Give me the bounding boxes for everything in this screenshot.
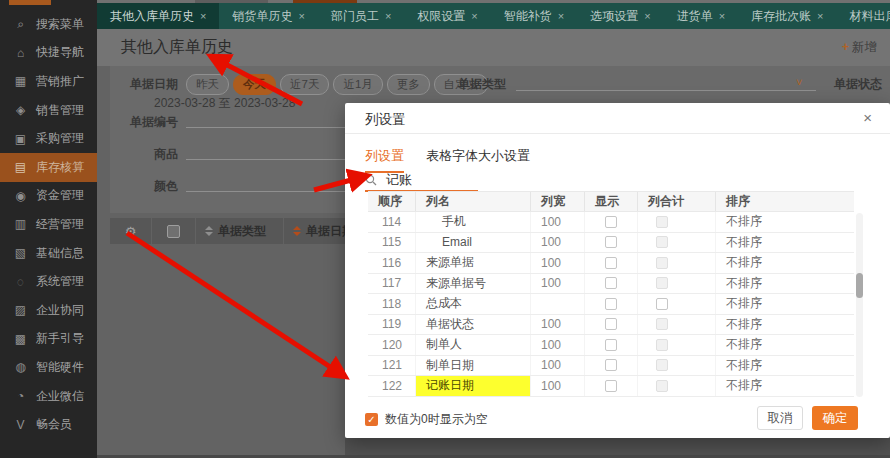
sidebar-item[interactable]: ⌂ 快捷导航 xyxy=(0,39,97,68)
sidebar-item[interactable]: V 畅会员 xyxy=(0,410,97,439)
cell-width[interactable]: 100 xyxy=(531,335,585,355)
sidebar-item[interactable]: ▧ 基础信息 xyxy=(0,239,97,268)
sort-arrows-icon[interactable] xyxy=(293,226,301,236)
cell-sort[interactable]: 不排序 xyxy=(716,356,854,376)
sidebar-item[interactable]: ◈ 销售管理 xyxy=(0,96,97,125)
show-checkbox[interactable] xyxy=(605,380,617,392)
app-root: ⌕ 搜索菜单 ⌂ 快捷导航 ▦ 营销推广 ◈ 销售管理 xyxy=(0,0,890,458)
tab-close-icon[interactable]: × xyxy=(644,10,650,22)
total-checkbox[interactable] xyxy=(656,277,668,289)
tab-label: 库存批次账 xyxy=(751,8,811,25)
cell-order: 118 xyxy=(368,294,416,314)
table-row: 118 总成本 不排序 xyxy=(368,294,854,315)
confirm-button[interactable]: 确定 xyxy=(812,406,858,430)
date-option-pill[interactable]: 近1月 xyxy=(333,74,382,95)
total-checkbox[interactable] xyxy=(656,339,668,351)
cell-width[interactable]: 100 xyxy=(531,315,585,335)
total-checkbox[interactable] xyxy=(656,298,668,310)
column-settings-gear-icon[interactable]: ⚙ xyxy=(110,218,152,244)
tab-close-icon[interactable]: × xyxy=(298,10,304,22)
cell-width[interactable]: 100 xyxy=(531,212,585,232)
sidebar-item-icon: ⌕ xyxy=(13,17,28,31)
tab-close-icon[interactable]: × xyxy=(817,10,823,22)
zero-empty-checkbox[interactable]: ✓ 数值为0时显示为空 xyxy=(365,411,488,428)
cell-width[interactable]: 100 xyxy=(531,376,585,396)
cell-sort[interactable]: 不排序 xyxy=(716,315,854,335)
page-tab[interactable]: 材料出库单历史 × xyxy=(837,3,890,29)
cell-name: 来源单据号 xyxy=(416,274,531,294)
annotation-arrow-row xyxy=(127,233,344,376)
sidebar-item[interactable]: ▩ 新手引导 xyxy=(0,325,97,354)
total-checkbox[interactable] xyxy=(656,318,668,330)
close-icon[interactable]: × xyxy=(863,109,872,126)
date-option-pill[interactable]: 近7天 xyxy=(280,74,329,95)
total-checkbox[interactable] xyxy=(656,257,668,269)
sidebar-item[interactable]: ◉ 资金管理 xyxy=(0,182,97,211)
cell-width[interactable]: 100 xyxy=(531,253,585,273)
sidebar-item[interactable]: ⌕ 搜索菜单 xyxy=(0,10,97,39)
page-tab[interactable]: 权限设置 × xyxy=(404,3,490,29)
date-option-pill[interactable]: 昨天 xyxy=(186,74,229,95)
tab-close-icon[interactable]: × xyxy=(385,10,391,22)
show-checkbox[interactable] xyxy=(605,359,617,371)
total-checkbox[interactable] xyxy=(656,216,668,228)
date-option-pill[interactable]: 更多 xyxy=(387,74,430,95)
cell-sort[interactable]: 不排序 xyxy=(716,274,854,294)
show-checkbox[interactable] xyxy=(605,298,617,310)
tab-close-icon[interactable]: × xyxy=(200,10,206,22)
column-search-input[interactable]: 记账 xyxy=(365,170,478,192)
show-checkbox[interactable] xyxy=(605,216,617,228)
cell-width[interactable]: 100 xyxy=(531,233,585,253)
cell-order: 115 xyxy=(368,233,416,253)
total-checkbox[interactable] xyxy=(656,359,668,371)
cell-sort[interactable]: 不排序 xyxy=(716,294,854,314)
page-tab[interactable]: 销货单历史 × xyxy=(219,3,317,29)
cell-sort[interactable]: 不排序 xyxy=(716,212,854,232)
page-tab[interactable]: 智能补货 × xyxy=(491,3,577,29)
doc-type-select[interactable] xyxy=(516,73,816,91)
scrollbar-thumb[interactable] xyxy=(856,273,863,298)
cell-sort[interactable]: 不排序 xyxy=(716,376,854,396)
grid-column-label: 单据类型 xyxy=(218,223,266,240)
cell-width[interactable] xyxy=(531,294,585,314)
tab-close-icon[interactable]: × xyxy=(719,10,725,22)
show-checkbox[interactable] xyxy=(605,339,617,351)
select-all-checkbox[interactable] xyxy=(167,225,180,238)
plus-icon: + xyxy=(842,40,849,54)
table-scrollbar[interactable] xyxy=(856,213,863,397)
grid-column-header[interactable]: 单据类型 xyxy=(196,218,284,244)
sidebar-item[interactable]: ▥ 经营管理 xyxy=(0,210,97,239)
sidebar-item[interactable]: ▦ 营销推广 xyxy=(0,67,97,96)
page-tab[interactable]: 部门员工 × xyxy=(318,3,404,29)
sidebar-item[interactable]: ◔ 企业微信 xyxy=(0,382,97,411)
total-checkbox[interactable] xyxy=(656,236,668,248)
page-tab[interactable]: 其他入库单历史 × xyxy=(97,3,219,29)
show-checkbox[interactable] xyxy=(605,236,617,248)
cell-width[interactable]: 100 xyxy=(531,356,585,376)
sidebar-item[interactable]: ▤ 库存核算 xyxy=(0,153,97,182)
sidebar-item[interactable]: ▨ 企业协同 xyxy=(0,296,97,325)
sidebar-item[interactable]: ▣ 采购管理 xyxy=(0,124,97,153)
page-tab[interactable]: 选项设置 × xyxy=(577,3,663,29)
sidebar-item[interactable]: ◍ 智能硬件 xyxy=(0,353,97,382)
page-tab[interactable]: 进货单 × xyxy=(664,3,738,29)
cancel-button[interactable]: 取消 xyxy=(757,406,803,430)
show-checkbox[interactable] xyxy=(605,257,617,269)
cell-sort[interactable]: 不排序 xyxy=(716,253,854,273)
add-new-button[interactable]: +新增 xyxy=(842,39,877,56)
total-checkbox[interactable] xyxy=(656,380,668,392)
show-checkbox[interactable] xyxy=(605,318,617,330)
page-tab[interactable]: 库存批次账 × xyxy=(738,3,836,29)
tab-close-icon[interactable]: × xyxy=(471,10,477,22)
cell-width[interactable]: 100 xyxy=(531,274,585,294)
color-label: 颜色 xyxy=(122,178,178,195)
sidebar-item[interactable]: ◌ 系统管理 xyxy=(0,267,97,296)
cell-sort[interactable]: 不排序 xyxy=(716,335,854,355)
sort-arrows-icon[interactable] xyxy=(205,226,213,236)
chevron-down-icon[interactable]: ˅ xyxy=(796,76,802,88)
tab-close-icon[interactable]: × xyxy=(558,10,564,22)
show-checkbox[interactable] xyxy=(605,277,617,289)
columns-table-header: 顺序 列名 列宽 显示 列合计 排序 xyxy=(368,191,854,212)
date-option-pill[interactable]: 今天 xyxy=(233,74,276,95)
cell-sort[interactable]: 不排序 xyxy=(716,233,854,253)
